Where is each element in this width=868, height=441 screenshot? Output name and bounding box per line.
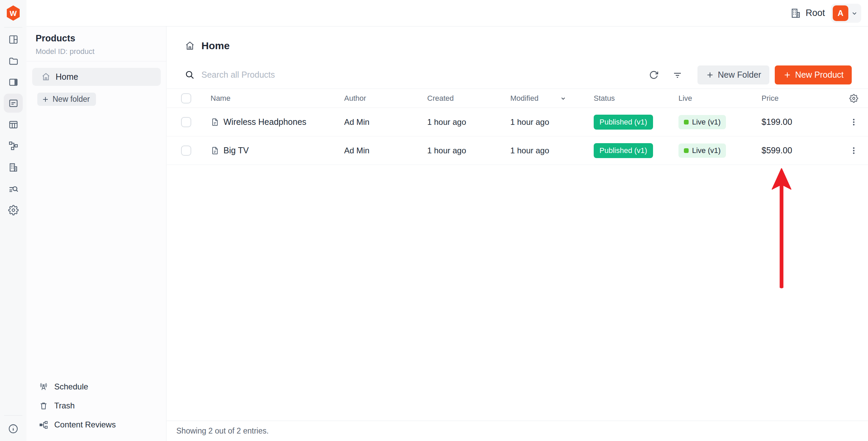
- sidebar-header: Products Model ID: product: [26, 26, 166, 61]
- live-badge-label: Live (v1): [692, 146, 721, 155]
- user-menu[interactable]: A: [831, 4, 861, 23]
- avatar: A: [833, 5, 848, 21]
- table-row[interactable]: Big TV Ad Min 1 hour ago 1 hour ago Publ…: [167, 136, 868, 165]
- row-checkbox[interactable]: [181, 146, 191, 156]
- filter-button[interactable]: [670, 68, 685, 82]
- app-window: W: [0, 0, 868, 441]
- entry-created: 1 hour ago: [427, 146, 510, 155]
- tenant-building-icon: [790, 7, 802, 19]
- new-product-button[interactable]: New Product: [775, 65, 852, 84]
- chevron-down-icon: [850, 9, 859, 17]
- table-row[interactable]: Wireless Headphones Ad Min 1 hour ago 1 …: [167, 108, 868, 136]
- audit-logs-icon: [8, 184, 19, 194]
- sort-chevron-down-icon[interactable]: [559, 95, 567, 102]
- settings-gear-icon: [8, 205, 19, 215]
- rail-item-settings[interactable]: [4, 200, 23, 219]
- kebab-menu-icon: [849, 118, 858, 127]
- sidebar-item-trash[interactable]: Trash: [26, 396, 166, 415]
- new-product-button-label: New Product: [795, 70, 844, 80]
- entries-count: Showing 2 out of 2 entries.: [176, 426, 269, 436]
- page-builder-icon: [8, 77, 19, 88]
- rail-item-form-builder[interactable]: [4, 115, 23, 134]
- home-icon: [41, 72, 51, 81]
- info-icon: [8, 423, 19, 434]
- model-title: Products: [36, 33, 166, 44]
- gear-icon: [849, 94, 858, 103]
- page-title: Home: [201, 40, 230, 52]
- live-dot: [684, 120, 689, 124]
- rail-item-info[interactable]: [4, 419, 23, 438]
- entry-name: Big TV: [223, 146, 249, 155]
- live-badge-label: Live (v1): [692, 118, 721, 127]
- new-folder-sidebar-label: New folder: [53, 95, 90, 104]
- rail-item-apw[interactable]: [4, 136, 23, 155]
- sidebar-item-content-reviews[interactable]: Content Reviews: [26, 415, 166, 434]
- status-badge: Published (v1): [594, 115, 653, 130]
- rail-item-file-manager[interactable]: [4, 52, 23, 71]
- row-menu-button[interactable]: [840, 118, 868, 127]
- rail-item-dashboard[interactable]: [4, 30, 23, 49]
- rail-item-audit-logs[interactable]: [4, 179, 23, 198]
- model-sidebar: Products Model ID: product Home New fold…: [26, 26, 166, 441]
- row-checkbox[interactable]: [181, 117, 191, 127]
- column-modified: Modified: [510, 94, 594, 103]
- sidebar-item-label: Home: [56, 72, 78, 82]
- entry-modified: 1 hour ago: [510, 117, 594, 127]
- new-folder-sidebar-button[interactable]: New folder: [37, 93, 96, 106]
- webiny-logo[interactable]: W: [6, 5, 21, 21]
- search-box: [185, 70, 637, 80]
- column-author: Author: [344, 94, 427, 103]
- new-folder-button-label: New Folder: [718, 70, 761, 80]
- building-icon: [8, 162, 19, 173]
- entry-author: Ad Min: [344, 146, 427, 155]
- table-icon: [8, 119, 19, 130]
- entry-name: Wireless Headphones: [223, 117, 307, 127]
- page-header: Home: [167, 26, 868, 52]
- document-icon: [211, 146, 219, 155]
- table-body: Wireless Headphones Ad Min 1 hour ago 1 …: [167, 108, 868, 165]
- refresh-icon: [649, 70, 659, 80]
- column-created: Created: [427, 94, 510, 103]
- cms-icon: [8, 98, 19, 109]
- column-name: Name: [211, 94, 344, 103]
- live-dot: [684, 148, 689, 153]
- live-badge: Live (v1): [678, 115, 726, 129]
- logo-letter: W: [6, 9, 21, 18]
- dashboard-icon: [8, 34, 19, 45]
- tenant-selector[interactable]: Root: [790, 7, 825, 19]
- broadcast-tower-icon: [39, 382, 48, 391]
- entry-price: $199.00: [762, 117, 840, 127]
- sidebar-item-schedule[interactable]: Schedule: [26, 377, 166, 396]
- list-footer: Showing 2 out of 2 entries.: [167, 421, 868, 441]
- refresh-button[interactable]: [647, 68, 661, 82]
- column-modified-label: Modified: [510, 94, 538, 103]
- trash-icon: [39, 401, 48, 410]
- toolbar: New Folder New Product: [167, 61, 868, 89]
- sidebar-footer: Schedule Trash Content Reviews: [26, 377, 166, 434]
- document-icon: [211, 118, 219, 127]
- plus-icon: [706, 71, 714, 79]
- search-input[interactable]: [201, 70, 439, 80]
- rail-item-tenant-manager[interactable]: [4, 158, 23, 177]
- new-folder-button[interactable]: New Folder: [697, 65, 769, 84]
- column-status: Status: [594, 94, 678, 103]
- rail-item-page-builder[interactable]: [4, 73, 23, 92]
- rail-item-headless-cms[interactable]: [4, 94, 23, 113]
- content-reviews-label: Content Reviews: [54, 420, 116, 429]
- search-icon: [185, 70, 195, 80]
- folder-icon: [8, 56, 19, 66]
- live-badge: Live (v1): [678, 143, 726, 158]
- main-content: Home New Folder New Product: [167, 26, 868, 441]
- topbar: Root A: [26, 0, 868, 26]
- entry-modified: 1 hour ago: [510, 146, 594, 155]
- plus-icon: [41, 95, 50, 103]
- entry-created: 1 hour ago: [427, 117, 510, 127]
- sidebar-item-home[interactable]: Home: [32, 68, 161, 86]
- icon-rail: W: [0, 0, 26, 441]
- status-badge: Published (v1): [594, 143, 653, 158]
- select-all-checkbox[interactable]: [181, 93, 191, 103]
- annotation-arrow: [771, 168, 792, 291]
- tenant-label: Root: [806, 8, 825, 18]
- column-settings-button[interactable]: [840, 94, 868, 103]
- row-menu-button[interactable]: [840, 146, 868, 155]
